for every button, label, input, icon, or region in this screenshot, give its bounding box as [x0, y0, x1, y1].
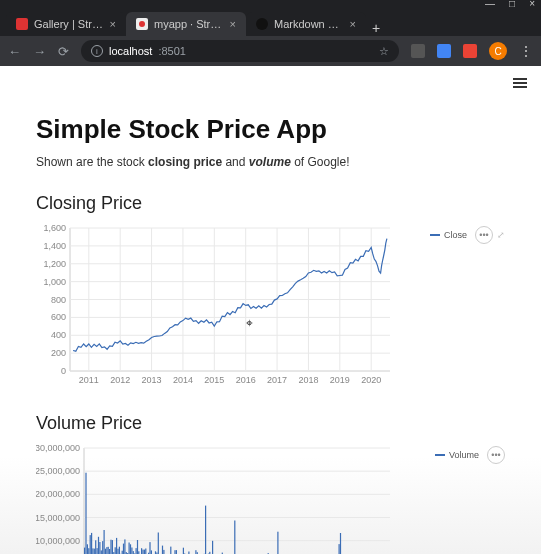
reload-button[interactable]: ⟳	[58, 44, 69, 59]
close-icon[interactable]: ×	[110, 18, 116, 30]
svg-rect-75	[115, 547, 116, 554]
page-subtitle: Shown are the stock closing price and vo…	[36, 155, 501, 169]
svg-text:1,200: 1,200	[43, 259, 66, 269]
chart-menu-icon[interactable]: •••	[475, 226, 493, 244]
svg-text:600: 600	[51, 312, 66, 322]
legend-swatch	[430, 234, 440, 236]
chart-title-close: Closing Price	[36, 193, 501, 214]
bookmark-icon[interactable]: ☆	[379, 45, 389, 58]
browser-menu-icon[interactable]: ⋮	[519, 43, 533, 59]
svg-rect-62	[97, 548, 98, 554]
window-min-button[interactable]: —	[485, 0, 495, 9]
streamlit-icon	[136, 18, 148, 30]
svg-text:1,000: 1,000	[43, 277, 66, 287]
svg-rect-54	[85, 473, 86, 554]
tab-label: Markdown Cheatsheet · adam-p	[274, 18, 344, 30]
svg-rect-85	[129, 543, 130, 555]
svg-text:0: 0	[61, 366, 66, 376]
profile-avatar[interactable]: C	[489, 42, 507, 60]
svg-rect-96	[144, 550, 145, 554]
tab-strip: Gallery | Streamlit — The fastest × myap…	[0, 8, 541, 36]
svg-text:20,000,000: 20,000,000	[36, 489, 80, 499]
svg-text:2011: 2011	[79, 375, 99, 385]
svg-rect-86	[130, 544, 131, 554]
close-icon[interactable]: ×	[350, 18, 356, 30]
svg-rect-60	[94, 549, 95, 554]
tab-gallery[interactable]: Gallery | Streamlit — The fastest ×	[6, 12, 126, 36]
site-info-icon[interactable]: i	[91, 45, 103, 57]
legend-swatch	[435, 454, 445, 456]
svg-text:2014: 2014	[173, 375, 193, 385]
volume-chart-svg: 5,000,00010,000,00015,000,00020,000,0002…	[36, 442, 396, 554]
extension-icon[interactable]	[411, 44, 425, 58]
address-bar[interactable]: i localhost:8501 ☆	[81, 40, 399, 62]
svg-rect-67	[104, 530, 105, 554]
svg-rect-61	[95, 540, 96, 554]
svg-rect-65	[101, 550, 102, 554]
svg-text:800: 800	[51, 295, 66, 305]
svg-rect-236	[339, 544, 340, 554]
svg-text:2017: 2017	[267, 375, 287, 385]
svg-rect-53	[84, 548, 85, 554]
main-content: Simple Stock Price App Shown are the sto…	[0, 66, 541, 554]
svg-text:400: 400	[51, 330, 66, 340]
svg-text:1,400: 1,400	[43, 241, 66, 251]
svg-rect-70	[108, 547, 109, 554]
tab-myapp[interactable]: myapp · Streamlit ×	[126, 12, 246, 36]
svg-rect-97	[145, 549, 146, 555]
svg-rect-115	[170, 547, 171, 554]
chart-menu-icon[interactable]: •••	[487, 446, 505, 464]
svg-rect-81	[123, 544, 124, 554]
closing-price-chart[interactable]: Close ••• ⤢ 02004006008001,0001,2001,400…	[36, 222, 501, 387]
svg-text:10,000,000: 10,000,000	[36, 536, 80, 546]
url-port: :8501	[158, 45, 186, 57]
svg-rect-119	[176, 550, 177, 554]
tab-markdown[interactable]: Markdown Cheatsheet · adam-p ×	[246, 12, 366, 36]
svg-rect-100	[149, 542, 150, 554]
svg-text:2018: 2018	[298, 375, 318, 385]
svg-text:1,600: 1,600	[43, 223, 66, 233]
page-viewport: Simple Stock Price App Shown are the sto…	[0, 66, 541, 554]
chart-legend: Close ••• ⤢	[430, 226, 505, 244]
extension-icon[interactable]	[437, 44, 451, 58]
svg-rect-94	[141, 548, 142, 554]
svg-rect-66	[102, 541, 103, 554]
svg-rect-58	[91, 533, 92, 554]
svg-rect-110	[163, 550, 164, 554]
svg-rect-145	[212, 541, 213, 554]
svg-text:2020: 2020	[361, 375, 381, 385]
close-icon[interactable]: ×	[230, 18, 236, 30]
svg-rect-72	[110, 540, 111, 554]
svg-text:2019: 2019	[330, 375, 350, 385]
svg-rect-140	[205, 506, 206, 554]
svg-rect-59	[92, 548, 93, 554]
svg-rect-64	[99, 542, 100, 554]
svg-text:2016: 2016	[236, 375, 256, 385]
svg-rect-161	[234, 521, 235, 555]
toolbar: ← → ⟳ i localhost:8501 ☆ C ⋮	[0, 36, 541, 66]
svg-rect-69	[106, 547, 107, 554]
chart-expand-icon[interactable]: ⤢	[497, 230, 505, 240]
svg-rect-78	[119, 547, 120, 554]
forward-button[interactable]: →	[33, 44, 46, 59]
svg-rect-90	[136, 548, 137, 554]
window-max-button[interactable]: □	[509, 0, 515, 9]
svg-rect-95	[142, 550, 143, 554]
back-button[interactable]: ←	[8, 44, 21, 59]
svg-rect-106	[158, 533, 159, 555]
svg-rect-118	[174, 550, 175, 554]
window-close-button[interactable]: ×	[529, 0, 535, 9]
volume-chart[interactable]: Volume ••• 5,000,00010,000,00015,000,000…	[36, 442, 501, 554]
svg-rect-76	[116, 538, 117, 554]
streamlit-icon	[16, 18, 28, 30]
svg-text:15,000,000: 15,000,000	[36, 513, 80, 523]
extension-icon[interactable]	[463, 44, 477, 58]
svg-text:30,000,000: 30,000,000	[36, 443, 80, 453]
new-tab-button[interactable]: +	[366, 20, 386, 36]
tab-label: Gallery | Streamlit — The fastest	[34, 18, 104, 30]
svg-rect-109	[162, 546, 163, 554]
app-menu-icon[interactable]	[513, 76, 527, 90]
line-chart-svg: 02004006008001,0001,2001,4001,6002011201…	[36, 222, 396, 387]
svg-rect-63	[98, 537, 99, 554]
svg-text:25,000,000: 25,000,000	[36, 466, 80, 476]
